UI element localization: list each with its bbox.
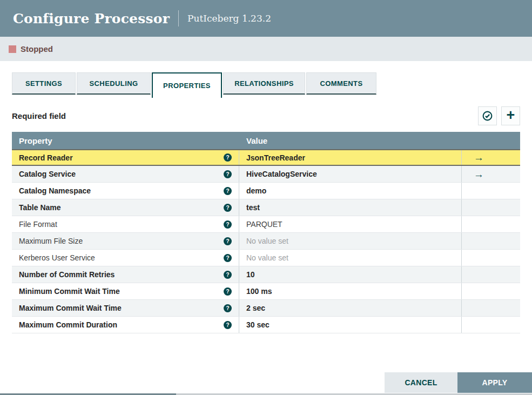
help-icon[interactable]: ?	[224, 220, 232, 229]
cancel-button[interactable]: CANCEL	[385, 372, 457, 393]
property-value[interactable]: No value set	[246, 253, 288, 262]
status-bar: Stopped	[0, 37, 532, 61]
property-row[interactable]: Maximum Commit Wait Time ? 2 sec	[12, 300, 520, 317]
property-name: Record Reader	[19, 153, 73, 162]
tab-settings[interactable]: SETTINGS	[12, 72, 76, 95]
plus-icon: +	[507, 108, 515, 123]
tab-scheduling[interactable]: SCHEDULING	[77, 72, 151, 95]
help-icon[interactable]: ?	[224, 254, 232, 262]
go-to-service-icon[interactable]: →	[474, 152, 484, 163]
property-value[interactable]: demo	[246, 186, 266, 195]
property-value[interactable]: PARQUET	[246, 220, 282, 229]
property-name: Catalog Namespace	[19, 186, 91, 195]
help-icon[interactable]: ?	[224, 187, 232, 195]
property-name: Minimum Commit Wait Time	[19, 287, 120, 296]
properties-toolbar: Required field +	[12, 106, 520, 125]
table-body: Record Reader ? JsonTreeReader → Catalog…	[12, 149, 520, 333]
stopped-status-icon	[9, 45, 16, 53]
go-to-service-icon[interactable]: →	[474, 169, 484, 179]
tab-relationships[interactable]: RELATIONSHIPS	[223, 72, 305, 95]
column-header-value: Value	[239, 136, 462, 145]
property-row[interactable]: Minimum Commit Wait Time ? 100 ms	[12, 283, 520, 300]
property-row[interactable]: Table Name ? test	[12, 199, 520, 216]
help-icon[interactable]: ?	[224, 304, 232, 312]
property-value[interactable]: No value set	[246, 237, 288, 245]
help-icon[interactable]: ?	[224, 170, 232, 178]
processor-type-version: PutIceberg 1.23.2	[187, 13, 271, 24]
property-row[interactable]: Kerberos User Service ? No value set	[12, 250, 520, 266]
property-name: Maximum Commit Duration	[19, 320, 117, 329]
status-label: Stopped	[21, 44, 53, 53]
help-icon[interactable]: ?	[224, 287, 232, 296]
required-field-label: Required field	[12, 111, 66, 120]
property-value[interactable]: 100 ms	[246, 287, 272, 296]
property-row[interactable]: Maximum Commit Duration ? 30 sec	[12, 317, 520, 333]
property-row[interactable]: Number of Commit Retries ? 10	[12, 266, 520, 283]
property-value[interactable]: 10	[246, 270, 255, 279]
property-name: Table Name	[19, 203, 61, 212]
title-divider	[178, 10, 179, 26]
help-icon[interactable]: ?	[224, 153, 232, 162]
toolbar-buttons: +	[478, 106, 520, 125]
property-value[interactable]: 2 sec	[246, 304, 265, 312]
property-row[interactable]: File Format ? PARQUET	[12, 216, 520, 233]
property-name: Maximum Commit Wait Time	[19, 304, 122, 312]
dialog-header: Configure Processor PutIceberg 1.23.2	[0, 0, 532, 37]
verify-properties-button[interactable]	[478, 106, 497, 125]
apply-button[interactable]: APPLY	[457, 372, 532, 393]
property-name: Maximum File Size	[19, 237, 83, 245]
dialog-title: Configure Processor	[13, 11, 170, 26]
add-property-button[interactable]: +	[501, 106, 520, 125]
dialog-footer: CANCEL APPLY	[385, 372, 532, 393]
property-value[interactable]: JsonTreeReader	[246, 153, 305, 162]
properties-table: Property Value Record Reader ? JsonTreeR…	[12, 132, 520, 333]
tab-bar: SETTINGS SCHEDULING PROPERTIES RELATIONS…	[12, 72, 520, 98]
help-icon[interactable]: ?	[224, 237, 232, 245]
property-value[interactable]: test	[246, 203, 260, 212]
help-icon[interactable]: ?	[224, 204, 232, 212]
help-icon[interactable]: ?	[224, 271, 232, 279]
tab-comments[interactable]: COMMENTS	[306, 72, 376, 95]
column-header-property: Property	[12, 136, 239, 145]
table-header-row: Property Value	[12, 132, 520, 149]
property-name: Number of Commit Retries	[19, 270, 115, 279]
property-row[interactable]: Maximum File Size ? No value set	[12, 233, 520, 250]
property-row[interactable]: Catalog Service ? HiveCatalogService →	[12, 166, 520, 183]
property-name: Catalog Service	[19, 170, 76, 178]
property-row[interactable]: Record Reader ? JsonTreeReader →	[12, 149, 520, 166]
property-value[interactable]: 30 sec	[246, 320, 270, 329]
property-name: Kerberos User Service	[19, 253, 95, 262]
tab-properties[interactable]: PROPERTIES	[152, 72, 222, 98]
property-value[interactable]: HiveCatalogService	[246, 170, 317, 178]
checkmark-circle-icon	[482, 110, 493, 122]
property-row[interactable]: Catalog Namespace ? demo	[12, 183, 520, 199]
help-icon[interactable]: ?	[224, 321, 232, 329]
property-name: File Format	[19, 220, 57, 229]
